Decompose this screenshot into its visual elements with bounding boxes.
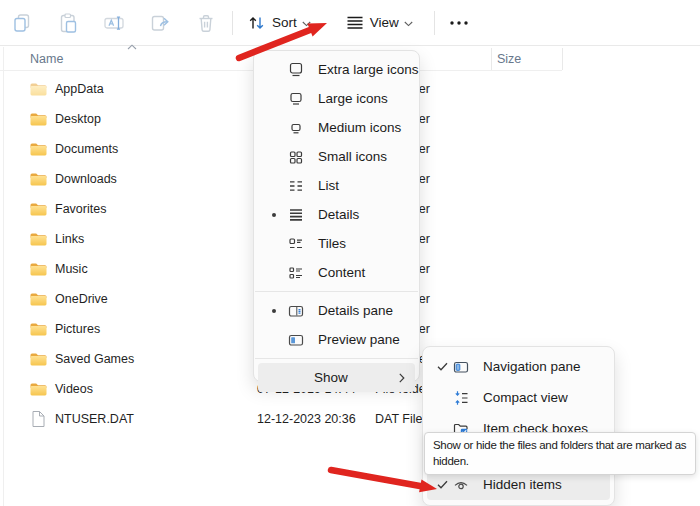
menu-item-preview-pane[interactable]: Preview pane (254, 325, 419, 354)
submenu-item-label: Hidden items (483, 477, 562, 492)
rename-button[interactable] (96, 5, 132, 41)
folder-icon (30, 352, 47, 366)
file-explorer-window: { "toolbar": { "sort_label": "Sort", "vi… (0, 0, 700, 506)
large-icons-icon (288, 91, 304, 107)
hidden-items-tooltip: Show or hide the files and folders that … (424, 432, 696, 475)
more-options-button[interactable] (443, 5, 475, 41)
file-type: DAT File (375, 412, 422, 426)
paste-button[interactable] (50, 5, 86, 41)
checkmark-icon (431, 362, 453, 371)
toolbar: Sort View (0, 0, 700, 46)
file-name: Documents (55, 142, 118, 156)
toolbar-separator (232, 11, 233, 35)
menu-item-details[interactable]: Details (254, 200, 419, 229)
file-name: Pictures (55, 322, 100, 336)
folder-icon (30, 172, 47, 186)
delete-icon (195, 12, 217, 34)
folder-icon (30, 142, 47, 156)
navigation-pane-icon (453, 359, 469, 375)
menu-item-tiles[interactable]: Tiles (254, 229, 419, 258)
sort-icon (248, 15, 265, 31)
menu-item-label: Preview pane (318, 332, 400, 347)
menu-item-label: Small icons (318, 149, 387, 164)
menu-item-label: Large icons (318, 91, 388, 106)
menu-item-small-icons[interactable]: Small icons (254, 142, 419, 171)
details-icon (288, 207, 304, 223)
menu-item-list[interactable]: List (254, 171, 419, 200)
menu-item-extra-large-icons[interactable]: Extra large icons (254, 55, 419, 84)
menu-item-label: Tiles (318, 236, 346, 251)
menu-item-label: Details pane (318, 303, 393, 318)
folder-icon (30, 382, 47, 396)
menu-item-label: Show (314, 370, 348, 385)
menu-item-show[interactable]: Show (258, 363, 415, 392)
sort-label: Sort (272, 15, 297, 30)
menu-separator (255, 291, 418, 292)
view-button[interactable]: View (340, 5, 420, 41)
menu-item-label: Medium icons (318, 120, 401, 135)
menu-item-label: Extra large icons (318, 62, 419, 77)
folder-icon (30, 292, 47, 306)
sort-ascending-caret-icon (127, 44, 137, 50)
medium-icons-icon (288, 120, 304, 136)
column-divider (491, 48, 492, 70)
chevron-right-icon (399, 373, 405, 383)
selected-bullet (272, 309, 276, 313)
menu-separator (255, 358, 418, 359)
view-icon (347, 16, 363, 30)
share-icon (149, 12, 171, 34)
extra-large-icons-icon (288, 62, 304, 78)
selected-bullet (272, 213, 276, 217)
column-header-name[interactable]: Name (30, 52, 63, 66)
toolbar-separator (434, 11, 435, 35)
file-name: NTUSER.DAT (55, 412, 134, 426)
tiles-icon (288, 236, 304, 252)
file-name: Videos (55, 382, 93, 396)
file-icon (32, 411, 49, 427)
sort-button[interactable]: Sort (241, 5, 318, 41)
checkmark-icon (431, 480, 453, 489)
column-divider (562, 48, 563, 70)
file-name: AppData (55, 82, 104, 96)
menu-item-label: Content (318, 265, 365, 280)
more-icon (450, 21, 468, 25)
folder-icon (30, 202, 47, 216)
menu-item-large-icons[interactable]: Large icons (254, 84, 419, 113)
column-header-size[interactable]: Size (497, 52, 521, 66)
chevron-down-icon (404, 21, 413, 27)
preview-pane-icon (288, 332, 304, 348)
menu-item-details-pane[interactable]: Details pane (254, 296, 419, 325)
details-pane-icon (288, 303, 304, 319)
submenu-item-compact-view[interactable]: Compact view (423, 382, 614, 413)
menu-item-label: List (318, 178, 339, 193)
submenu-item-navigation-pane[interactable]: Navigation pane (423, 351, 614, 382)
view-dropdown-menu: Extra large icons Large icons Medium ico… (253, 50, 420, 382)
small-icons-icon (288, 149, 304, 165)
eye-icon (453, 477, 469, 493)
copy-icon (11, 12, 33, 34)
copy-button[interactable] (4, 5, 40, 41)
folder-icon (30, 322, 47, 336)
menu-item-content[interactable]: Content (254, 258, 419, 287)
folder-icon (30, 232, 47, 246)
file-name: Saved Games (55, 352, 134, 366)
menu-item-label: Details (318, 207, 359, 222)
delete-button[interactable] (188, 5, 224, 41)
file-name: OneDrive (55, 292, 108, 306)
file-name: Downloads (55, 172, 117, 186)
file-name: Favorites (55, 202, 106, 216)
rename-icon (103, 12, 125, 34)
submenu-item-label: Navigation pane (483, 359, 581, 374)
file-name: Links (55, 232, 84, 246)
share-button[interactable] (142, 5, 178, 41)
show-submenu: Navigation pane Compact view Item check … (422, 346, 615, 506)
menu-item-medium-icons[interactable]: Medium icons (254, 113, 419, 142)
chevron-down-icon (302, 21, 311, 27)
compact-view-icon (453, 390, 469, 406)
folder-icon (30, 112, 47, 126)
view-label: View (370, 15, 399, 30)
file-name: Music (55, 262, 88, 276)
list-icon (288, 178, 304, 194)
tooltip-text: Show or hide the files and folders that … (433, 439, 686, 467)
folder-icon (30, 262, 47, 276)
